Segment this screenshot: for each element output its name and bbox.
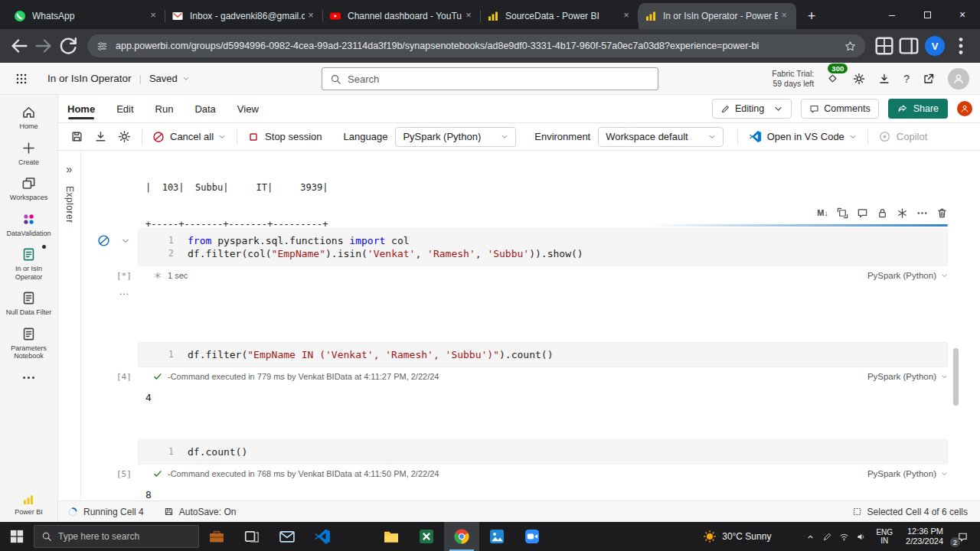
taskbar-chrome[interactable] [444, 522, 479, 551]
waffle-menu-icon[interactable] [15, 73, 28, 85]
save-state-label[interactable]: Saved [149, 73, 178, 84]
ribbon-tab-view[interactable]: View [237, 95, 259, 123]
help-icon[interactable]: ? [903, 73, 910, 85]
comment-icon[interactable] [857, 207, 868, 219]
url-bar[interactable]: app.powerbi.com/groups/d5994996-0982-4ce… [87, 34, 865, 57]
global-search-input[interactable]: Search [322, 67, 658, 90]
extensions-icon[interactable] [873, 34, 896, 57]
account-avatar[interactable] [948, 68, 969, 90]
environment-dropdown[interactable]: Workspace default [598, 127, 723, 147]
settings-gear-icon[interactable] [853, 73, 865, 85]
tab-close-icon[interactable]: × [305, 10, 317, 22]
trial-capacity[interactable]: 300 [827, 73, 838, 84]
browser-menu-icon[interactable] [949, 34, 972, 57]
keyboard-language[interactable]: ENG IN [876, 528, 893, 545]
browser-profile-avatar[interactable]: V [925, 36, 945, 56]
export-button[interactable] [94, 130, 107, 143]
markdown-icon[interactable]: M↓ [817, 207, 828, 219]
sidebar-item-workspaces[interactable]: Workspaces [2, 176, 57, 202]
reload-button[interactable] [57, 34, 80, 57]
cancel-all-label[interactable]: Cancel all [170, 131, 214, 142]
bookmark-star-icon[interactable] [844, 41, 856, 52]
cancel-run-icon[interactable] [97, 234, 110, 247]
new-tab-button[interactable]: + [801, 5, 822, 27]
more-h-icon[interactable] [916, 207, 928, 219]
taskbar-zoom[interactable] [514, 522, 550, 551]
browser-tab[interactable]: SourceData - Power BI× [481, 3, 639, 29]
taskbar-briefcase[interactable] [199, 522, 234, 551]
notebook-canvas[interactable]: | 103| Subbu| IT| 3939| +-----+-------+-… [81, 151, 980, 500]
ribbon-tab-run[interactable]: Run [155, 95, 174, 123]
freeze-icon[interactable] [897, 207, 908, 219]
presence-avatar[interactable] [957, 101, 972, 116]
start-button[interactable] [0, 522, 34, 551]
sidebar-item-in-or-isin-operator[interactable]: In or IsIn Operator [2, 247, 57, 281]
notebook-settings-button[interactable] [118, 130, 131, 143]
lock-icon[interactable] [877, 207, 888, 219]
sidebar-item-parameters-notebook[interactable]: Parameters Notebook [2, 327, 57, 360]
trash-icon[interactable] [936, 207, 948, 219]
sidebar-item-more[interactable] [2, 370, 57, 385]
ribbon-tab-home[interactable]: Home [67, 95, 95, 123]
taskbar-file-explorer[interactable] [374, 522, 409, 551]
window-maximize-button[interactable] [910, 0, 945, 29]
cell-language-selector[interactable]: PySpark (Python) [867, 372, 948, 381]
open-in-vscode-button[interactable]: Open in VS Code [767, 131, 844, 142]
cell-editor[interactable]: 1df.count() [138, 439, 948, 465]
sidebar-item-datavalidation[interactable]: DataValidation [2, 212, 57, 238]
side-panel-icon[interactable] [897, 34, 920, 57]
window-close-button[interactable]: × [945, 0, 980, 29]
tray-expand-icon[interactable] [802, 522, 818, 551]
taskbar-excel[interactable] [409, 522, 444, 551]
taskbar-mail[interactable] [270, 522, 305, 551]
expand-explorer-button[interactable]: » [58, 163, 80, 175]
cancel-all-button[interactable] [152, 131, 165, 143]
save-button[interactable] [70, 130, 83, 143]
notebook-cell[interactable]: 1from pyspark.sql.functions import col2d… [81, 228, 980, 282]
browser-tab[interactable]: Inbox - gadvenki86@gmail.c× [165, 3, 323, 29]
resize-icon[interactable] [837, 207, 848, 219]
chevron-down-icon[interactable] [849, 133, 857, 141]
taskbar-clock[interactable]: 12:36 PM 2/23/2024 [906, 527, 943, 546]
ribbon-tab-data[interactable]: Data [194, 95, 215, 123]
back-button[interactable] [8, 34, 31, 57]
comments-button[interactable]: Comments [801, 99, 878, 119]
browser-tab[interactable]: In or IsIn Operator - Power B× [639, 3, 796, 29]
taskbar-search-input[interactable]: Type here to search [34, 525, 199, 548]
cell-language-selector[interactable]: PySpark (Python) [867, 271, 948, 280]
downloads-icon[interactable] [878, 73, 890, 85]
browser-tab[interactable]: WhatsApp× [8, 3, 165, 29]
stop-session-label[interactable]: Stop session [265, 131, 322, 142]
cell-editor[interactable]: 1df.filter("EmpName IN ('Venkat', 'Rames… [138, 342, 948, 367]
notebook-cell[interactable]: 1df.filter("EmpName IN ('Venkat', 'Rames… [81, 342, 980, 403]
sidebar-item-powerbi[interactable]: Power BI [15, 494, 43, 517]
tab-close-icon[interactable]: × [620, 10, 632, 22]
notebook-cell[interactable]: 1df.count()[5]-Command executed in 768 m… [81, 439, 980, 500]
sidebar-item-home[interactable]: Home [2, 105, 57, 131]
tab-close-icon[interactable]: × [462, 10, 475, 22]
taskbar-photos[interactable] [479, 522, 514, 551]
action-center-button[interactable]: 2 [949, 522, 975, 551]
taskbar-task-view[interactable] [234, 522, 270, 551]
tab-close-icon[interactable]: × [778, 10, 790, 22]
forward-button[interactable] [32, 34, 55, 57]
volume-icon[interactable] [852, 522, 869, 551]
sidebar-item-create[interactable]: Create [2, 141, 57, 167]
notebook-scrollbar-thumb[interactable] [953, 348, 959, 406]
collapse-cell-icon[interactable] [121, 236, 130, 246]
autosave-status[interactable]: AutoSave: On [164, 507, 237, 517]
ribbon-tab-edit[interactable]: Edit [116, 95, 133, 123]
stop-session-button[interactable] [247, 131, 260, 143]
taskbar-vscode[interactable] [305, 522, 340, 551]
share-button[interactable]: Share [888, 99, 948, 119]
network-icon[interactable] [835, 522, 852, 551]
editing-mode-button[interactable]: Editing [712, 99, 792, 119]
chevron-down-icon[interactable] [218, 133, 226, 141]
cell-editor[interactable]: 1from pyspark.sql.functions import col2d… [138, 228, 948, 266]
window-minimize-button[interactable]: – [874, 0, 910, 29]
pen-tray-icon[interactable] [818, 522, 835, 551]
language-dropdown[interactable]: PySpark (Python) [395, 127, 516, 147]
sidebar-item-null-data-filter[interactable]: Null Data Filter [2, 291, 57, 317]
site-settings-icon[interactable] [96, 41, 108, 52]
weather-widget[interactable]: 30°C Sunny [703, 530, 771, 543]
